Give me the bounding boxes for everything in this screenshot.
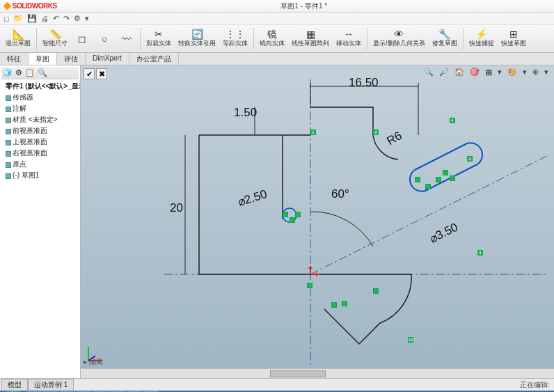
relation-marker[interactable] xyxy=(436,177,441,182)
qat-save[interactable]: 💾 xyxy=(27,14,37,23)
tree-item-sensors[interactable]: 传感器 xyxy=(4,92,79,103)
relation-marker[interactable]: 2 xyxy=(373,130,379,135)
tree-tab-icon[interactable]: 📋 xyxy=(25,68,35,77)
relation-marker[interactable] xyxy=(295,212,301,217)
qat-undo[interactable]: ↶ xyxy=(53,14,59,23)
qat-new[interactable]: □ xyxy=(4,15,9,23)
relation-marker[interactable] xyxy=(425,184,431,189)
qat-more[interactable]: ▾ xyxy=(85,14,89,23)
tab-features[interactable]: 特征 xyxy=(0,53,29,65)
dimension-1-50[interactable]: 1.50 xyxy=(234,106,257,120)
status-bar: 零件1 正在编辑: xyxy=(0,378,554,391)
scrollbar-thumb[interactable] xyxy=(270,370,326,377)
rectangle-tool[interactable]: ◻ xyxy=(72,26,93,52)
relation-marker[interactable] xyxy=(307,283,312,288)
linear-pattern-button[interactable]: ▦线性草图阵列 xyxy=(289,26,332,52)
relation-marker[interactable] xyxy=(443,170,448,175)
exit-sketch-button[interactable]: 📐退出草图 xyxy=(3,26,33,52)
tree-item-top-plane[interactable]: 上视基准面 xyxy=(4,136,79,148)
dimension-60deg[interactable]: 60° xyxy=(331,187,349,201)
document-title: 草图1 - 零件1 * xyxy=(57,1,551,11)
quick-snap-button[interactable]: ⚡快速捕捉 xyxy=(466,26,497,52)
feature-tree[interactable]: 🧊 ⚙ 📋 🔍 零件1 (默认<<默认>_显示状态 传感器 注解 材质 <未指定… xyxy=(0,65,81,378)
separator xyxy=(463,28,464,50)
breadcrumb: ▸ 隔离 xyxy=(84,357,103,367)
graphics-viewport[interactable]: ✔ ✖ 🔍 🔎 🏠 🎯 ▦ ▾ 🎨 ▾ ⊕ ▾ xyxy=(81,65,554,378)
svg-line-2 xyxy=(310,156,547,274)
qat-print[interactable]: 🖨 xyxy=(41,15,49,23)
tree-tab-icon[interactable]: 🧊 xyxy=(3,68,13,77)
separator xyxy=(140,28,141,50)
relation-marker[interactable]: 1 xyxy=(310,130,316,135)
separator xyxy=(367,28,367,50)
relation-marker[interactable]: 4 xyxy=(450,118,455,123)
tree-header: 🧊 ⚙ 📋 🔍 xyxy=(1,67,79,79)
tree-item-material[interactable]: 材质 <未指定> xyxy=(4,114,79,125)
mirror-button[interactable]: 镜镜向实体 xyxy=(257,26,287,52)
relation-marker[interactable] xyxy=(283,212,288,217)
separator xyxy=(253,28,254,50)
relation-marker[interactable] xyxy=(290,217,295,223)
relation-marker[interactable] xyxy=(331,302,337,308)
svg-marker-15 xyxy=(316,272,319,276)
repair-button[interactable]: 🔧修复草图 xyxy=(429,26,460,52)
tab-dimxpert[interactable]: DimXpert xyxy=(86,53,129,65)
relation-marker[interactable]: 4 xyxy=(477,250,483,256)
tab-office[interactable]: 办公室产品 xyxy=(129,53,179,65)
relation-marker[interactable]: 2 xyxy=(467,156,473,162)
svg-line-5 xyxy=(415,143,467,170)
qat-redo[interactable]: ↷ xyxy=(63,14,70,23)
qat-options[interactable]: ⚙ xyxy=(74,14,81,23)
command-tabs: 特征 草图 评估 DimXpert 办公室产品 xyxy=(0,53,554,65)
relation-marker[interactable] xyxy=(373,288,379,294)
relation-marker[interactable] xyxy=(415,177,420,182)
tree-item-sketch1[interactable]: (-) 草图1 xyxy=(4,170,79,181)
qat-open[interactable]: 📁 xyxy=(13,14,23,23)
spline-tool[interactable]: 〰 xyxy=(116,26,137,52)
rapid-sketch-button[interactable]: ⊞快速草图 xyxy=(498,26,529,52)
tree-item-right-plane[interactable]: 右视基准面 xyxy=(4,148,79,159)
title-bar: 🔶 SOLIDWORKS 草图1 - 零件1 * xyxy=(0,0,554,13)
app-logo: 🔶 SOLIDWORKS xyxy=(3,2,57,10)
tree-tab-icon[interactable]: ⚙ xyxy=(15,68,22,77)
tree-item-annotations[interactable]: 注解 xyxy=(4,103,79,114)
tab-sketch[interactable]: 草图 xyxy=(29,53,57,65)
move-button[interactable]: ↔移动实体 xyxy=(333,26,364,52)
convert-entities-button[interactable]: 🔄转换实体引用 xyxy=(175,26,219,52)
sketch-canvas[interactable] xyxy=(81,65,554,378)
dimension-16-50[interactable]: 16.50 xyxy=(349,76,379,90)
horizontal-scrollbar[interactable] xyxy=(81,368,554,378)
dimension-20[interactable]: 20 xyxy=(170,201,183,215)
offset-button[interactable]: ⋮⋮等距实体 xyxy=(220,26,251,52)
trim-button[interactable]: ✂剪裁实体 xyxy=(143,26,174,52)
tree-root[interactable]: 零件1 (默认<<默认>_显示状态 xyxy=(4,81,79,92)
tab-evaluate[interactable]: 评估 xyxy=(57,53,86,65)
status-editing: 正在编辑: xyxy=(520,380,550,390)
separator xyxy=(36,28,37,50)
quick-access-toolbar: □ 📁 💾 🖨 ↶ ↷ ⚙ ▾ xyxy=(0,13,554,25)
relation-marker[interactable] xyxy=(450,175,455,181)
main-area: 🧊 ⚙ 📋 🔍 零件1 (默认<<默认>_显示状态 传感器 注解 材质 <未指定… xyxy=(0,65,554,378)
tree-item-front-plane[interactable]: 前视基准面 xyxy=(4,125,79,136)
tree-item-origin[interactable]: 原点 xyxy=(4,159,79,170)
relations-button[interactable]: 👁显示/删除几何关系 xyxy=(370,26,428,52)
smart-dimension-button[interactable]: 📏智能尺寸 xyxy=(40,26,70,52)
ribbon: 📐退出草图 📏智能尺寸 ◻ ○ 〰 ✂剪裁实体 🔄转换实体引用 ⋮⋮等距实体 镜… xyxy=(0,25,554,53)
tree-tab-icon[interactable]: 🔍 xyxy=(38,68,47,77)
relation-marker[interactable] xyxy=(342,301,347,306)
relation-marker[interactable]: 10 xyxy=(408,337,413,343)
circle-tool[interactable]: ○ xyxy=(94,26,115,52)
svg-marker-16 xyxy=(308,266,312,269)
